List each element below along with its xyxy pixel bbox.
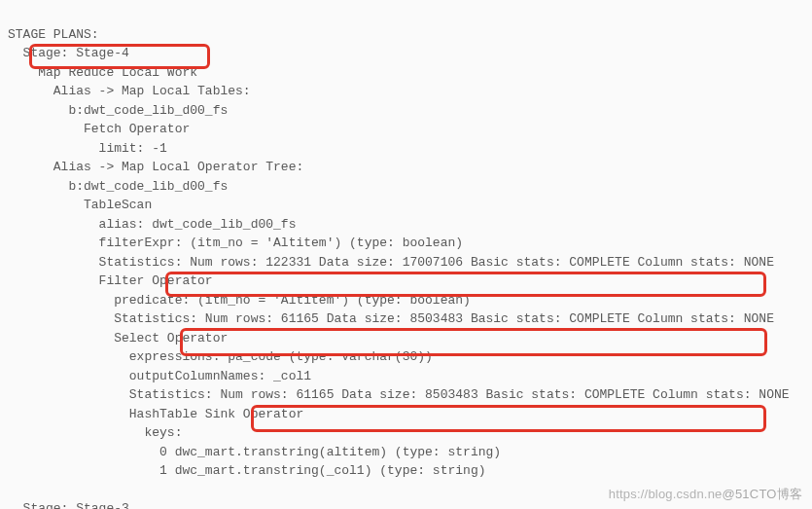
watermark-left: https://blog.csdn.ne	[609, 487, 723, 501]
line-fetch-operator: Fetch Operator	[8, 122, 190, 136]
line-hashtable-sink-operator: HashTable Sink Operator	[8, 407, 303, 421]
line-filter-statistics: Statistics: Num rows: 61165 Data size: 8…	[8, 311, 774, 326]
watermark: https://blog.csdn.ne@51CTO博客	[609, 485, 802, 504]
line-filter-operator: Filter Operator	[8, 273, 213, 288]
line-map-reduce-local-work: Map Reduce Local Work	[8, 65, 197, 80]
line-tablescan-filterexpr: filterExpr: (itm_no = 'Altitem') (type: …	[8, 236, 463, 250]
line-stage-3: Stage: Stage-3	[8, 501, 129, 509]
line-alias-tree-entry: b:dwt_code_lib_d00_fs	[8, 179, 228, 194]
line-keys: keys:	[8, 425, 182, 440]
line-select-operator: Select Operator	[8, 331, 228, 345]
line-select-expressions: expressions: pa_code (type: varchar(30))	[8, 349, 433, 364]
line-alias-tables-entry: b:dwt_code_lib_d00_fs	[8, 103, 228, 118]
line-alias-map-local-tables: Alias -> Map Local Tables:	[8, 84, 251, 98]
line-tablescan: TableScan	[8, 198, 152, 212]
line-select-statistics: Statistics: Num rows: 61165 Data size: 8…	[8, 387, 790, 402]
line-stage-plans: STAGE PLANS:	[8, 27, 99, 42]
line-select-output-columns: outputColumnNames: _col1	[8, 369, 311, 383]
line-stage-4: Stage: Stage-4	[8, 46, 129, 60]
line-tablescan-alias: alias: dwt_code_lib_d00_fs	[8, 217, 296, 232]
watermark-right: @51CTO博客	[723, 487, 802, 501]
line-key-1: 1 dwc_mart.transtring(_col1) (type: stri…	[8, 463, 485, 478]
explain-plan-output: STAGE PLANS: Stage: Stage-4 Map Reduce L…	[0, 0, 812, 509]
line-filter-predicate: predicate: (itm_no = 'Altitem') (type: b…	[8, 293, 471, 308]
line-key-0: 0 dwc_mart.transtring(altitem) (type: st…	[8, 445, 501, 459]
line-alias-map-local-operator-tree: Alias -> Map Local Operator Tree:	[8, 160, 303, 174]
line-limit: limit: -1	[8, 141, 167, 156]
line-tablescan-statistics: Statistics: Num rows: 122331 Data size: …	[8, 255, 774, 270]
